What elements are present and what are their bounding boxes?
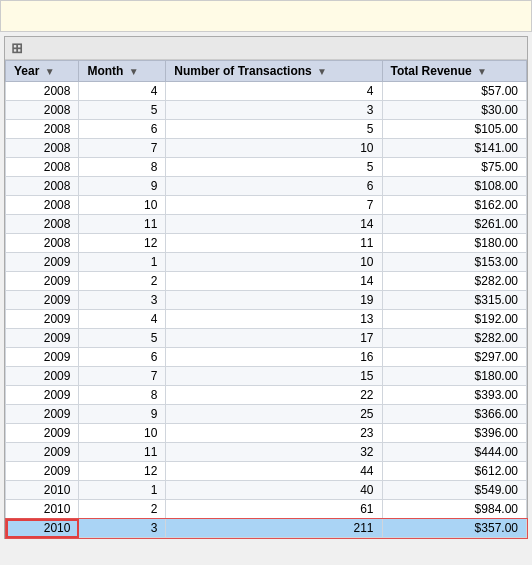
column-header-year[interactable]: Year ▼ [6, 61, 79, 82]
table-row[interactable]: 2009822$393.00 [6, 386, 527, 405]
table-row[interactable]: 200844$57.00 [6, 82, 527, 101]
cell-transactions: 7 [166, 196, 382, 215]
cell-revenue: $261.00 [382, 215, 527, 234]
instruction-box [0, 0, 532, 32]
cell-month: 6 [79, 348, 166, 367]
cell-year: 2009 [6, 462, 79, 481]
table-row[interactable]: 2009715$180.00 [6, 367, 527, 386]
cell-transactions: 10 [166, 139, 382, 158]
cell-revenue: $984.00 [382, 500, 527, 519]
cell-revenue: $75.00 [382, 158, 527, 177]
table-row[interactable]: 2010140$549.00 [6, 481, 527, 500]
cell-year: 2009 [6, 386, 79, 405]
cell-year: 2009 [6, 291, 79, 310]
cell-month: 2 [79, 500, 166, 519]
table-header-row: Year ▼Month ▼Number of Transactions ▼Tot… [6, 61, 527, 82]
results-table: Year ▼Month ▼Number of Transactions ▼Tot… [5, 60, 527, 538]
cell-month: 10 [79, 424, 166, 443]
cell-revenue: $393.00 [382, 386, 527, 405]
table-row[interactable]: 2009413$192.00 [6, 310, 527, 329]
cell-transactions: 22 [166, 386, 382, 405]
cell-month: 2 [79, 272, 166, 291]
cell-transactions: 14 [166, 215, 382, 234]
table-row[interactable]: 200896$108.00 [6, 177, 527, 196]
cell-transactions: 13 [166, 310, 382, 329]
column-header-month[interactable]: Month ▼ [79, 61, 166, 82]
table-row[interactable]: 2009517$282.00 [6, 329, 527, 348]
cell-month: 1 [79, 481, 166, 500]
cell-year: 2008 [6, 196, 79, 215]
table-row[interactable]: 20081114$261.00 [6, 215, 527, 234]
cell-year: 2008 [6, 139, 79, 158]
cell-transactions: 61 [166, 500, 382, 519]
cell-revenue: $612.00 [382, 462, 527, 481]
cell-transactions: 3 [166, 101, 382, 120]
cell-year: 2008 [6, 158, 79, 177]
cell-revenue: $141.00 [382, 139, 527, 158]
cell-revenue: $315.00 [382, 291, 527, 310]
cell-month: 6 [79, 120, 166, 139]
table-row[interactable]: 2009110$153.00 [6, 253, 527, 272]
table-row[interactable]: 200853$30.00 [6, 101, 527, 120]
cell-transactions: 15 [166, 367, 382, 386]
cell-revenue: $153.00 [382, 253, 527, 272]
table-row[interactable]: 20091132$444.00 [6, 443, 527, 462]
table-row[interactable]: 20103211$357.00 [6, 519, 527, 538]
cell-transactions: 10 [166, 253, 382, 272]
table-row[interactable]: 2009319$315.00 [6, 291, 527, 310]
table-row[interactable]: 2009214$282.00 [6, 272, 527, 291]
table-row[interactable]: 2008107$162.00 [6, 196, 527, 215]
cell-month: 5 [79, 329, 166, 348]
cell-month: 3 [79, 519, 166, 538]
cell-revenue: $366.00 [382, 405, 527, 424]
cell-transactions: 23 [166, 424, 382, 443]
cell-revenue: $180.00 [382, 234, 527, 253]
cell-month: 5 [79, 101, 166, 120]
cell-year: 2010 [6, 481, 79, 500]
table-row[interactable]: 20091244$612.00 [6, 462, 527, 481]
cell-month: 11 [79, 443, 166, 462]
table-row[interactable]: 200865$105.00 [6, 120, 527, 139]
cell-month: 11 [79, 215, 166, 234]
cell-month: 8 [79, 158, 166, 177]
table-row[interactable]: 2010261$984.00 [6, 500, 527, 519]
cell-year: 2008 [6, 215, 79, 234]
cell-revenue: $282.00 [382, 272, 527, 291]
cell-transactions: 25 [166, 405, 382, 424]
panel-header: ⊞ [5, 37, 527, 60]
table-row[interactable]: 20081211$180.00 [6, 234, 527, 253]
cell-month: 1 [79, 253, 166, 272]
cell-revenue: $357.00 [382, 519, 527, 538]
cell-month: 7 [79, 139, 166, 158]
cell-revenue: $444.00 [382, 443, 527, 462]
cell-revenue: $549.00 [382, 481, 527, 500]
cell-revenue: $396.00 [382, 424, 527, 443]
cell-year: 2008 [6, 120, 79, 139]
cell-transactions: 211 [166, 519, 382, 538]
cell-revenue: $162.00 [382, 196, 527, 215]
cell-transactions: 14 [166, 272, 382, 291]
cell-transactions: 40 [166, 481, 382, 500]
table-row[interactable]: 200885$75.00 [6, 158, 527, 177]
cell-revenue: $192.00 [382, 310, 527, 329]
cell-transactions: 5 [166, 120, 382, 139]
cell-month: 7 [79, 367, 166, 386]
cell-revenue: $282.00 [382, 329, 527, 348]
cell-year: 2008 [6, 234, 79, 253]
cell-year: 2009 [6, 329, 79, 348]
cell-month: 10 [79, 196, 166, 215]
table-row[interactable]: 2009925$366.00 [6, 405, 527, 424]
cell-transactions: 5 [166, 158, 382, 177]
cell-month: 3 [79, 291, 166, 310]
cell-revenue: $30.00 [382, 101, 527, 120]
cell-year: 2010 [6, 500, 79, 519]
cell-transactions: 6 [166, 177, 382, 196]
cell-month: 12 [79, 234, 166, 253]
table-row[interactable]: 2009616$297.00 [6, 348, 527, 367]
table-row[interactable]: 2008710$141.00 [6, 139, 527, 158]
cell-revenue: $57.00 [382, 82, 527, 101]
column-header-total-revenue[interactable]: Total Revenue ▼ [382, 61, 527, 82]
table-row[interactable]: 20091023$396.00 [6, 424, 527, 443]
column-header-number-of-transactions[interactable]: Number of Transactions ▼ [166, 61, 382, 82]
cell-year: 2009 [6, 443, 79, 462]
